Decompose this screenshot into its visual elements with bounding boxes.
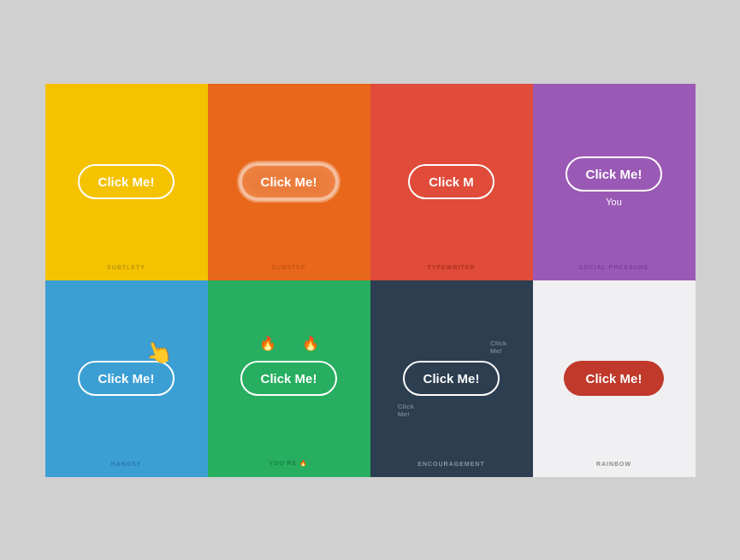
cell-typewriter: Click M TYPEWRITER (370, 84, 533, 280)
fire-icon-left: 🔥 (259, 335, 276, 351)
grid-container: Click Me! SUBTLETY Click Me! DUBSTEP Cli… (45, 84, 696, 477)
btn-encouragement[interactable]: Click Me! (403, 361, 500, 396)
cell-handsy: 👆 Click Me! HANDSY (45, 280, 208, 477)
label-rainbow: RAINBOW (596, 461, 631, 467)
cell-subtlety: Click Me! SUBTLETY (45, 84, 208, 280)
cell-social-pressure: Click Me! You SOCIAL PRESSURE (533, 84, 696, 280)
cell-encouragement: ClickMe! Click Me! ClickMe! ENCOURAGEMEN… (370, 280, 533, 477)
btn-subtlety[interactable]: Click Me! (78, 164, 175, 199)
social-sub-text: You (606, 197, 622, 207)
btn-youre[interactable]: Click Me! (240, 361, 338, 396)
label-typewriter: TYPEWRITER (428, 264, 476, 270)
outer-container: Click Me! SUBTLETY Click Me! DUBSTEP Cli… (0, 0, 740, 560)
btn-dubstep[interactable]: Click Me! (239, 162, 340, 201)
btn-social-pressure[interactable]: Click Me! (565, 156, 663, 192)
label-handsy: HANDSY (111, 461, 142, 467)
cell-youre: 🔥 🔥 Click Me! YOU'RE 🔥 (208, 280, 370, 477)
fire-icon-right: 🔥 (302, 335, 319, 351)
ghost-text-1: ClickMe! (490, 339, 506, 355)
ghost-text-2: ClickMe! (398, 403, 414, 418)
label-subtlety: SUBTLETY (107, 264, 145, 270)
btn-rainbow[interactable]: Click Me! (564, 361, 665, 396)
btn-typewriter[interactable]: Click M (408, 164, 494, 199)
label-encouragement: ENCOURAGEMENT (417, 461, 484, 467)
cell-dubstep: Click Me! DUBSTEP (208, 84, 370, 280)
label-dubstep: DUBSTEP (271, 264, 305, 270)
label-social-pressure: SOCIAL PRESSURE (579, 264, 649, 270)
fire-icons: 🔥 🔥 (259, 335, 319, 351)
label-youre: YOU'RE 🔥 (269, 460, 309, 467)
cell-rainbow: Click Me! RAINBOW (533, 280, 696, 477)
